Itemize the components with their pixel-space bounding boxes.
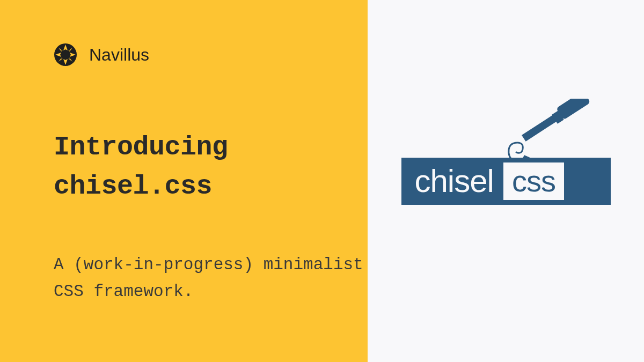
logo-text-css: css — [503, 162, 564, 200]
compass-arrows-icon — [54, 43, 77, 67]
logo-text-chisel: chisel — [403, 162, 503, 200]
page-headline: Introducing chisel.css — [54, 128, 368, 206]
chisel-logo: chisel css — [401, 158, 611, 205]
brand-block: Navillus — [54, 43, 368, 67]
page-subtitle: A (work-in-progress) minimalist CSS fram… — [54, 252, 368, 305]
logo-bar: chisel css — [401, 158, 611, 205]
brand-name: Navillus — [89, 45, 149, 65]
right-logo-panel: chisel css — [368, 0, 644, 362]
left-content-panel: Navillus Introducing chisel.css A (work-… — [0, 0, 368, 362]
